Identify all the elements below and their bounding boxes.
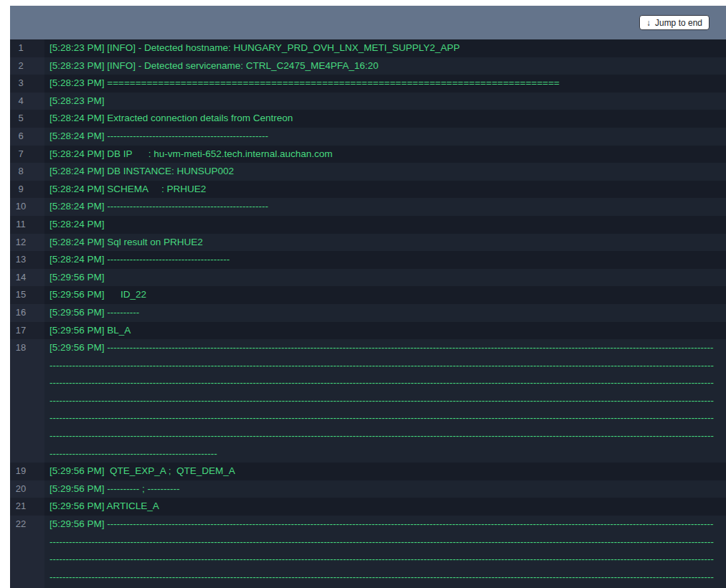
line-number-gutter: 5 bbox=[10, 110, 44, 128]
log-line: 12 [5:28:24 PM] Sql result on PRHUE2 bbox=[10, 234, 726, 252]
log-line: 3 [5:28:23 PM] =========================… bbox=[10, 75, 726, 93]
log-line: 5 [5:28:24 PM] Extracted connection deta… bbox=[10, 110, 726, 128]
log-line: 10 [5:28:24 PM] ------------------------… bbox=[10, 198, 726, 216]
line-number-gutter: 8 bbox=[10, 163, 44, 181]
line-number: 5 bbox=[10, 110, 32, 128]
log-text: [5:29:56 PM] QTE_EXP_A ; QTE_DEM_A bbox=[44, 463, 726, 480]
line-number-gutter: 22 bbox=[10, 516, 44, 588]
line-number-gutter: 2 bbox=[10, 57, 44, 75]
line-number: 21 bbox=[10, 498, 32, 516]
log-output[interactable]: 1 [5:28:23 PM] [INFO] - Detected hostnam… bbox=[10, 39, 726, 588]
line-number-gutter: 4 bbox=[10, 93, 44, 110]
line-number-gutter: 17 bbox=[10, 322, 44, 340]
log-line: 18 [5:29:56 PM] ------------------------… bbox=[10, 339, 726, 463]
log-text: [5:28:24 PM] ---------------------------… bbox=[44, 251, 726, 269]
line-number-gutter: 16 bbox=[10, 304, 44, 322]
log-text: [5:29:56 PM] ---------------------------… bbox=[44, 516, 726, 588]
log-text: [5:29:56 PM] ID_22 bbox=[44, 286, 726, 304]
log-line: 19 [5:29:56 PM] QTE_EXP_A ; QTE_DEM_A bbox=[10, 463, 726, 480]
line-number-gutter: 18 bbox=[10, 339, 44, 463]
log-line: 1 [5:28:23 PM] [INFO] - Detected hostnam… bbox=[10, 39, 726, 57]
log-text: [5:29:56 PM] ---------------------------… bbox=[44, 339, 726, 463]
line-number: 22 bbox=[10, 516, 32, 534]
line-number-gutter: 7 bbox=[10, 146, 44, 163]
log-text: [5:28:23 PM] [INFO] - Detected servicena… bbox=[44, 57, 726, 75]
jump-to-end-label: Jump to end bbox=[655, 19, 702, 27]
line-number: 1 bbox=[10, 39, 32, 57]
log-text: [5:28:24 PM] SCHEMA : PRHUE2 bbox=[44, 181, 726, 199]
log-text: [5:29:56 PM] BL_A bbox=[44, 322, 726, 340]
log-text: [5:29:56 PM] ---------- bbox=[44, 304, 726, 322]
log-line: 16 [5:29:56 PM] ---------- bbox=[10, 304, 726, 322]
line-number-gutter: 14 bbox=[10, 269, 44, 287]
line-number-gutter: 13 bbox=[10, 251, 44, 269]
log-text: [5:28:24 PM] Sql result on PRHUE2 bbox=[44, 234, 726, 252]
log-text: [5:28:23 PM] bbox=[44, 93, 726, 110]
line-number: 2 bbox=[10, 57, 32, 75]
line-number-gutter: 10 bbox=[10, 198, 44, 216]
line-number: 8 bbox=[10, 163, 32, 181]
log-text: [5:28:24 PM] Extracted connection detail… bbox=[44, 110, 726, 128]
log-line: 14 [5:29:56 PM] bbox=[10, 269, 726, 287]
line-number-gutter: 12 bbox=[10, 234, 44, 252]
line-number-gutter: 21 bbox=[10, 498, 44, 516]
log-line: 8 [5:28:24 PM] DB INSTANCE: HUNSUP002 bbox=[10, 163, 726, 181]
log-line: 15 [5:29:56 PM] ID_22 bbox=[10, 286, 726, 304]
log-text: [5:28:24 PM] DB INSTANCE: HUNSUP002 bbox=[44, 163, 726, 181]
line-number-gutter: 3 bbox=[10, 75, 44, 93]
log-line: 20 [5:29:56 PM] ---------- ; ---------- bbox=[10, 480, 726, 498]
line-number-gutter: 15 bbox=[10, 286, 44, 304]
line-number-gutter: 20 bbox=[10, 480, 44, 498]
log-toolbar: ↓ Jump to end bbox=[10, 6, 726, 39]
log-text: [5:28:24 PM] bbox=[44, 216, 726, 234]
line-number: 3 bbox=[10, 75, 32, 93]
line-number: 12 bbox=[10, 234, 32, 252]
log-line: 17 [5:29:56 PM] BL_A bbox=[10, 322, 726, 340]
log-line: 22 [5:29:56 PM] ------------------------… bbox=[10, 516, 726, 588]
log-line: 2 [5:28:23 PM] [INFO] - Detected service… bbox=[10, 57, 726, 75]
line-number: 20 bbox=[10, 480, 32, 498]
log-text: [5:29:56 PM] ARTICLE_A bbox=[44, 498, 726, 516]
line-number: 15 bbox=[10, 286, 32, 304]
line-number-gutter: 1 bbox=[10, 39, 44, 57]
line-number: 6 bbox=[10, 128, 32, 146]
jump-to-end-button[interactable]: ↓ Jump to end bbox=[639, 15, 710, 30]
log-line: 4 [5:28:23 PM] bbox=[10, 93, 726, 110]
log-line: 13 [5:28:24 PM] ------------------------… bbox=[10, 251, 726, 269]
line-number-gutter: 11 bbox=[10, 216, 44, 234]
line-number: 16 bbox=[10, 304, 32, 322]
log-text: [5:28:23 PM] [INFO] - Detected hostname:… bbox=[44, 39, 726, 57]
log-line: 11 [5:28:24 PM] bbox=[10, 216, 726, 234]
line-number: 7 bbox=[10, 146, 32, 163]
log-line: 21 [5:29:56 PM] ARTICLE_A bbox=[10, 498, 726, 516]
log-line: 7 [5:28:24 PM] DB IP : hu-vm-meti-652.te… bbox=[10, 146, 726, 163]
line-number-gutter: 9 bbox=[10, 181, 44, 199]
log-line: 6 [5:28:24 PM] -------------------------… bbox=[10, 128, 726, 146]
line-number: 19 bbox=[10, 463, 32, 480]
log-line: 9 [5:28:24 PM] SCHEMA : PRHUE2 bbox=[10, 181, 726, 199]
line-number: 9 bbox=[10, 181, 32, 199]
line-number: 18 bbox=[10, 339, 32, 357]
line-number: 10 bbox=[10, 198, 32, 216]
log-text: [5:28:24 PM] DB IP : hu-vm-meti-652.tech… bbox=[44, 146, 726, 163]
log-text: [5:28:23 PM] ===========================… bbox=[44, 75, 726, 93]
log-text: [5:29:56 PM] ---------- ; ---------- bbox=[44, 480, 726, 498]
log-text: [5:28:24 PM] ---------------------------… bbox=[44, 198, 726, 216]
line-number-gutter: 19 bbox=[10, 463, 44, 480]
line-number: 14 bbox=[10, 269, 32, 287]
line-number: 17 bbox=[10, 322, 32, 340]
log-text: [5:28:24 PM] ---------------------------… bbox=[44, 128, 726, 146]
log-text: [5:29:56 PM] bbox=[44, 269, 726, 287]
line-number: 13 bbox=[10, 251, 32, 269]
line-number: 4 bbox=[10, 93, 32, 110]
down-arrow-icon: ↓ bbox=[646, 19, 651, 27]
log-panel: ↓ Jump to end 1 [5:28:23 PM] [INFO] - De… bbox=[10, 6, 726, 588]
line-number-gutter: 6 bbox=[10, 128, 44, 146]
line-number: 11 bbox=[10, 216, 32, 234]
